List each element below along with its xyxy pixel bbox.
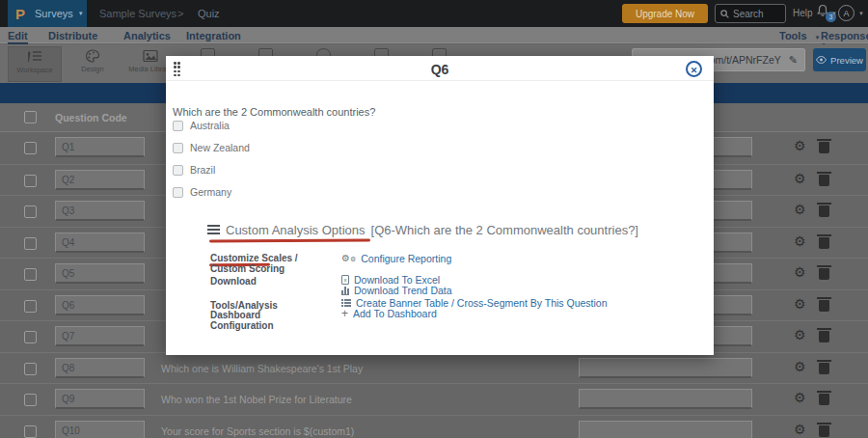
option-checkbox[interactable] bbox=[173, 165, 183, 176]
question-text: Your score for Sports section is $(custo… bbox=[161, 425, 354, 437]
red-annotation-underline bbox=[209, 238, 370, 242]
option-checkbox[interactable] bbox=[173, 121, 183, 131]
gear-icon[interactable]: ⚙ bbox=[794, 328, 806, 342]
trash-icon[interactable] bbox=[819, 142, 829, 153]
toolbar-tile-design[interactable]: Design bbox=[66, 46, 120, 82]
cogs-icon: ⚙⚙ bbox=[341, 254, 356, 264]
question-code-input[interactable]: Q5 bbox=[55, 263, 145, 284]
trash-icon[interactable] bbox=[819, 268, 829, 280]
toolbar-tile-label: Design bbox=[66, 65, 120, 73]
tab-integration[interactable]: Integration bbox=[186, 30, 241, 41]
gear-icon[interactable]: ⚙ bbox=[794, 391, 806, 404]
option-checkbox[interactable] bbox=[173, 143, 183, 153]
surveys-menu[interactable]: P Surveys ▼ bbox=[8, 0, 87, 27]
chevron-down-icon: ▼ bbox=[815, 35, 821, 41]
gear-icon[interactable]: ⚙ bbox=[794, 234, 806, 248]
table-row: Q9 Who won the 1st Nobel Prize for Liter… bbox=[0, 383, 868, 415]
question-value-input[interactable] bbox=[579, 358, 752, 378]
trash-icon[interactable] bbox=[819, 363, 829, 374]
gear-icon[interactable]: ⚙ bbox=[794, 203, 806, 216]
configure-reporting-link[interactable]: ⚙⚙ Configure Reporting bbox=[341, 253, 451, 264]
question-code-input[interactable]: Q2 bbox=[55, 170, 145, 190]
breadcrumb-parent[interactable]: Sample Surveys bbox=[99, 8, 176, 19]
close-icon[interactable]: ✕ bbox=[686, 61, 702, 77]
table-row: Q8 Which one is William Shakespeare's 1s… bbox=[0, 352, 868, 384]
option-label: Germany bbox=[190, 186, 231, 198]
avatar[interactable]: A bbox=[838, 5, 854, 21]
option-row: Germany bbox=[173, 185, 231, 199]
option-row: Brazil bbox=[173, 163, 215, 177]
question-code-input[interactable]: Q8 bbox=[55, 358, 145, 378]
main-menubar: Edit Distribute Analytics Integration To… bbox=[0, 27, 868, 43]
row-checkbox[interactable] bbox=[24, 142, 37, 154]
question-value-input[interactable] bbox=[579, 421, 752, 438]
row-checkbox[interactable] bbox=[24, 363, 37, 375]
top-navbar: P Surveys ▼ Sample Surveys > Quiz Upgrad… bbox=[0, 0, 868, 27]
question-text: Which one is William Shakespeare's 1st P… bbox=[161, 363, 363, 374]
question-code-input[interactable]: Q3 bbox=[55, 201, 145, 221]
gear-icon[interactable]: ⚙ bbox=[794, 423, 806, 436]
toolbar-tile-workspace[interactable]: Workspace bbox=[8, 46, 62, 82]
question-code-input[interactable]: Q7 bbox=[55, 326, 145, 346]
trash-icon[interactable] bbox=[819, 175, 829, 186]
trash-icon[interactable] bbox=[819, 425, 829, 437]
toolbar-tile-label: Workspace bbox=[9, 66, 61, 74]
chevron-down-icon[interactable]: ▼ bbox=[858, 11, 864, 16]
question-code-input[interactable]: Q6 bbox=[55, 295, 145, 315]
modal-title: Q6 bbox=[166, 62, 714, 77]
trash-icon[interactable] bbox=[819, 205, 829, 217]
download-trend-link[interactable]: Download Trend Data bbox=[341, 285, 452, 296]
gear-icon[interactable]: ⚙ bbox=[794, 139, 806, 152]
question-detail-modal: Q6 ✕ Which are the 2 Commonwealth countr… bbox=[166, 56, 714, 355]
gear-icon[interactable]: ⚙ bbox=[794, 172, 806, 185]
chart-icon bbox=[341, 287, 349, 295]
preview-label: Preview bbox=[830, 55, 863, 66]
select-all-checkbox[interactable] bbox=[24, 111, 37, 123]
row-checkbox[interactable] bbox=[24, 237, 37, 250]
option-label: Australia bbox=[190, 120, 230, 131]
palette-icon bbox=[85, 49, 100, 63]
app-window: P Surveys ▼ Sample Surveys > Quiz Upgrad… bbox=[0, 0, 868, 438]
gear-icon[interactable]: ⚙ bbox=[794, 297, 806, 311]
preview-button[interactable]: Preview bbox=[813, 48, 866, 71]
question-text: Who won the 1st Nobel Prize for Literatu… bbox=[161, 394, 352, 405]
excel-icon: x bbox=[341, 275, 349, 285]
eye-icon bbox=[816, 56, 827, 64]
add-to-dashboard-link[interactable]: + Add To Dashboard bbox=[341, 308, 437, 319]
question-code-input[interactable]: Q1 bbox=[55, 137, 145, 157]
help-link[interactable]: Help bbox=[793, 8, 813, 18]
search-input[interactable]: Search bbox=[715, 4, 786, 23]
upgrade-button[interactable]: Upgrade Now bbox=[622, 4, 708, 23]
tab-edit[interactable]: Edit bbox=[8, 30, 28, 44]
trash-icon[interactable] bbox=[819, 331, 829, 342]
chevron-down-icon[interactable]: ▼ bbox=[831, 11, 837, 16]
analysis-heading-suffix: [Q6-Which are the 2 Commonwealth countri… bbox=[371, 223, 638, 237]
trash-icon[interactable] bbox=[819, 394, 829, 405]
gear-icon[interactable]: ⚙ bbox=[794, 265, 806, 279]
option-checkbox[interactable] bbox=[173, 187, 183, 198]
trash-icon[interactable] bbox=[819, 300, 829, 312]
tab-distribute[interactable]: Distribute bbox=[48, 30, 97, 41]
analysis-group-label: Customize Scales / Custom Scoring bbox=[210, 253, 322, 274]
row-checkbox[interactable] bbox=[24, 425, 37, 438]
trash-icon[interactable] bbox=[819, 237, 829, 249]
tab-analytics[interactable]: Analytics bbox=[123, 30, 171, 41]
plus-icon: + bbox=[341, 309, 348, 318]
row-checkbox[interactable] bbox=[24, 331, 37, 343]
question-value-input[interactable] bbox=[579, 389, 752, 409]
pencil-icon[interactable]: ✎ bbox=[789, 54, 798, 67]
option-row: Australia bbox=[173, 119, 230, 132]
row-checkbox[interactable] bbox=[24, 300, 37, 313]
question-code-input[interactable]: Q4 bbox=[55, 233, 145, 253]
image-icon bbox=[143, 49, 158, 63]
row-checkbox[interactable] bbox=[24, 205, 37, 218]
row-checkbox[interactable] bbox=[24, 394, 37, 406]
gear-icon[interactable]: ⚙ bbox=[794, 360, 806, 373]
analysis-group-label: Dashboard Configuration bbox=[210, 310, 322, 331]
link-label: Add To Dashboard bbox=[353, 308, 437, 319]
row-checkbox[interactable] bbox=[24, 268, 37, 281]
question-code-input[interactable]: Q9 bbox=[55, 389, 145, 409]
tools-menu[interactable]: Tools ▼ bbox=[779, 30, 821, 41]
question-code-input[interactable]: Q10 bbox=[55, 421, 145, 438]
row-checkbox[interactable] bbox=[24, 175, 37, 187]
